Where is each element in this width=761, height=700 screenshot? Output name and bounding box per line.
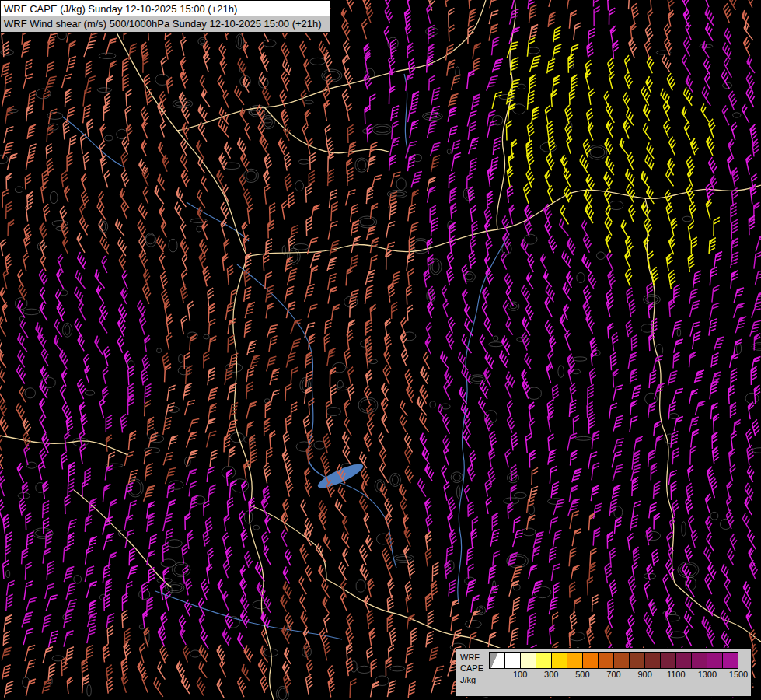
legend-color-swatch <box>536 653 552 668</box>
wind-barbs <box>0 0 761 697</box>
river-tisza <box>458 233 509 603</box>
river-north-2 <box>187 202 249 241</box>
wind-barbs <box>0 0 756 698</box>
legend-color-swatch <box>707 653 723 668</box>
legend-color-swatch <box>599 653 614 668</box>
title-box: WRF CAPE (J/kg) Sunday 12-10-2025 15:00 … <box>0 0 330 33</box>
legend-color-swatch <box>614 653 630 668</box>
legend-model-label: WRF <box>460 652 483 663</box>
wind-barb-pennants <box>0 0 666 688</box>
legend-labels: WRF CAPE J/kg <box>460 652 483 695</box>
map-title-shear: WRF Wind shear (m/s) 500/1000hPa Sunday … <box>1 16 330 32</box>
legend-color-swatch <box>505 653 521 668</box>
legend-tick-label: 900 <box>637 670 651 679</box>
border-southwest-1 <box>0 436 128 455</box>
legend-color-swatch <box>521 653 536 668</box>
legend-unit-label: J/kg <box>460 674 483 685</box>
border-southwest-2 <box>74 490 171 587</box>
legend-color-swatch <box>552 653 567 668</box>
wind-barbs <box>0 0 756 698</box>
legend-color-swatch <box>583 653 599 668</box>
legend-param-label: CAPE <box>460 663 483 674</box>
legend-color-swatch <box>567 653 583 668</box>
legend-tick-label: 1100 <box>667 670 686 679</box>
legend-below-range-swatch <box>490 653 505 668</box>
wind-barbs <box>0 0 753 698</box>
legend-colorbar <box>489 652 738 669</box>
wind-barb-pennants <box>4 0 756 687</box>
legend-color-swatch <box>630 653 645 668</box>
border-west-south <box>233 257 274 700</box>
wind-barb-layer <box>0 0 761 698</box>
legend-tick-label: 300 <box>544 670 558 679</box>
legend-color-swatch <box>676 653 692 668</box>
legend-tick-label: 100 <box>513 670 527 679</box>
legend: WRF CAPE J/kg 10030050070090011001300150… <box>456 648 752 697</box>
border-east-north <box>497 0 515 229</box>
legend-color-swatch <box>692 653 707 668</box>
legend-color-swatch <box>645 653 661 668</box>
legend-tick-label: 1500 <box>729 670 748 679</box>
weather-map-stage: WRF CAPE (J/kg) Sunday 12-10-2025 15:00 … <box>0 0 761 700</box>
wind-barbs <box>0 0 761 697</box>
legend-color-swatch <box>661 653 676 668</box>
legend-color-swatch <box>723 653 738 668</box>
legend-tick-row: 100300500700900110013001500 <box>489 670 738 680</box>
map-title-cape: WRF CAPE (J/kg) Sunday 12-10-2025 15:00 … <box>1 1 330 16</box>
legend-tick-label: 700 <box>606 670 620 679</box>
legend-tick-label: 500 <box>575 670 589 679</box>
legend-colorbar-wrap: 100300500700900110013001500 <box>489 652 738 695</box>
map-svg <box>0 0 761 700</box>
wind-barbs <box>0 0 757 698</box>
legend-tick-label: 1300 <box>698 670 717 679</box>
